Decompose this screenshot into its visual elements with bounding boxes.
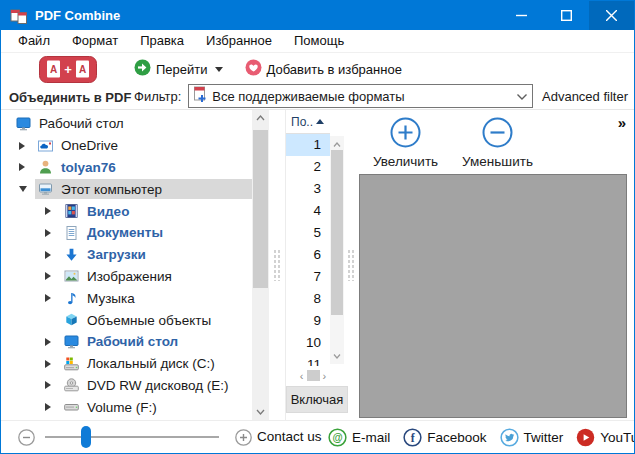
splitter-left[interactable] xyxy=(269,110,285,420)
sort-ascending-icon xyxy=(316,119,324,124)
tree-item-8[interactable]: Музыка xyxy=(1,287,252,309)
tree-item-6[interactable]: Загрузки xyxy=(1,244,252,266)
tree-item-content: Локальный диск (C:) xyxy=(61,354,252,374)
file-order-row-11[interactable]: 11 xyxy=(286,354,330,366)
scroll-down-icon[interactable] xyxy=(252,404,269,420)
go-button[interactable]: Перейти xyxy=(134,59,223,79)
filter-format-icon xyxy=(193,86,207,107)
slider-track xyxy=(45,436,219,438)
app-icon xyxy=(10,8,28,24)
menu-item-1[interactable]: Формат xyxy=(61,30,129,52)
contact-us-link[interactable]: Contact us xyxy=(257,421,322,453)
tree-item-11[interactable]: Локальный диск (C:) xyxy=(1,353,252,375)
scroll-left-icon[interactable]: ‹ xyxy=(300,370,304,382)
file-order-row-9[interactable]: 9 xyxy=(286,310,330,332)
svg-text:A: A xyxy=(79,64,86,75)
collapse-arrow-icon[interactable] xyxy=(19,186,35,192)
tree-item-7[interactable]: Изображения xyxy=(1,266,252,288)
email-link[interactable]: @E-mail xyxy=(328,428,390,447)
scroll-down-icon[interactable] xyxy=(330,348,344,364)
advanced-filter-link[interactable]: Advanced filter xyxy=(542,89,628,104)
file-order-row-3[interactable]: 3 xyxy=(286,178,330,200)
social-label: Twitter xyxy=(524,430,564,445)
tree-item-2[interactable]: tolyan76 xyxy=(1,157,252,179)
main-area: Рабочий столOneDrivetolyan76Этот компьют… xyxy=(1,110,634,420)
expand-arrow-icon[interactable] xyxy=(45,272,61,280)
go-dropdown-caret-icon xyxy=(215,67,223,72)
combine-to-pdf-button[interactable]: A+A Объединить в PDF xyxy=(9,56,127,105)
menu-item-2[interactable]: Правка xyxy=(129,30,195,52)
zoom-slider[interactable] xyxy=(45,421,219,454)
expand-arrow-icon[interactable] xyxy=(45,381,61,389)
tree-item-10[interactable]: Рабочий стол xyxy=(1,331,252,353)
file-order-row-1[interactable]: 1 xyxy=(286,134,330,156)
pictures-icon xyxy=(63,268,80,284)
facebook-link[interactable]: fFacebook xyxy=(403,428,486,447)
twitter-link[interactable]: Twitter xyxy=(500,428,564,447)
scroll-right-icon[interactable]: › xyxy=(323,370,327,382)
slider-handle[interactable] xyxy=(81,426,91,448)
youtube-icon xyxy=(576,428,595,447)
expand-arrow-icon[interactable] xyxy=(45,294,61,302)
close-button[interactable] xyxy=(589,1,634,30)
tree-item-5[interactable]: Документы xyxy=(1,222,252,244)
tree-item-0[interactable]: Рабочий стол xyxy=(1,113,252,135)
youtube-link[interactable]: YouTube xyxy=(576,428,635,447)
menu-item-4[interactable]: Помощь xyxy=(283,30,355,52)
menu-item-0[interactable]: Файл xyxy=(7,30,61,52)
zoom-in-button[interactable]: Увеличить xyxy=(373,117,438,169)
tree-item-1[interactable]: OneDrive xyxy=(1,135,252,157)
file-list-scrollbar[interactable] xyxy=(330,136,344,364)
expand-arrow-icon[interactable] xyxy=(45,403,61,411)
tree-item-label: Изображения xyxy=(87,269,172,284)
tree-item-label: Документы xyxy=(87,225,163,240)
file-order-row-7[interactable]: 7 xyxy=(286,266,330,288)
slider-minus-icon[interactable] xyxy=(18,429,35,446)
file-order-row-10[interactable]: 10 xyxy=(286,332,330,354)
file-order-row-6[interactable]: 6 xyxy=(286,244,330,266)
order-column-header[interactable]: По.. xyxy=(286,110,330,134)
tree-item-label: tolyan76 xyxy=(61,160,116,175)
file-order-row-2[interactable]: 2 xyxy=(286,156,330,178)
expand-panel-icon[interactable]: » xyxy=(618,114,625,131)
slider-plus-icon[interactable] xyxy=(235,429,252,446)
file-order-row-5[interactable]: 5 xyxy=(286,222,330,244)
tree-item-4[interactable]: Видео xyxy=(1,200,252,222)
social-label: YouTube xyxy=(600,430,635,445)
expand-arrow-icon[interactable] xyxy=(45,338,61,346)
add-favorite-button[interactable]: Добавить в избранное xyxy=(245,59,402,79)
minimize-button[interactable] xyxy=(499,1,544,30)
expand-arrow-icon[interactable] xyxy=(45,207,61,215)
file-scroll-thumb[interactable] xyxy=(331,150,343,315)
scroll-up-icon[interactable] xyxy=(252,110,269,126)
file-list-hscrollbar[interactable]: ‹ › xyxy=(289,368,337,383)
tree-item-12[interactable]: DVD RW дисковод (E:) xyxy=(1,375,252,397)
disk-icon xyxy=(63,356,80,372)
video-icon xyxy=(63,203,80,219)
file-order-row-8[interactable]: 8 xyxy=(286,288,330,310)
tree-scroll-thumb[interactable] xyxy=(253,130,268,288)
user-icon xyxy=(37,159,54,175)
tree-item-3[interactable]: Этот компьютер xyxy=(1,178,252,200)
menu-item-3[interactable]: Избранное xyxy=(195,30,283,52)
expand-arrow-icon[interactable] xyxy=(45,360,61,368)
tree-item-content: Объемные объекты xyxy=(61,310,252,330)
onedrive-icon xyxy=(37,138,54,154)
tree-scrollbar[interactable] xyxy=(252,110,269,420)
include-button[interactable]: Включая xyxy=(286,386,348,413)
file-order-row-4[interactable]: 4 xyxy=(286,200,330,222)
tree-item-9[interactable]: Объемные объекты xyxy=(1,309,252,331)
tree-item-label: Музыка xyxy=(87,291,135,306)
tree-item-label: Этот компьютер xyxy=(61,182,162,197)
zoom-out-button[interactable]: Уменьшить xyxy=(462,117,533,169)
hscroll-thumb[interactable] xyxy=(307,370,320,381)
maximize-button[interactable] xyxy=(544,1,589,30)
facebook-icon: f xyxy=(403,428,422,447)
expand-arrow-icon[interactable] xyxy=(45,229,61,237)
expand-arrow-icon[interactable] xyxy=(45,251,61,259)
expand-arrow-icon[interactable] xyxy=(19,142,35,150)
preview-area xyxy=(359,174,627,418)
expand-arrow-icon[interactable] xyxy=(19,163,35,171)
filter-dropdown[interactable]: Все поддерживаемые форматы xyxy=(188,84,533,108)
tree-item-13[interactable]: Volume (F:) xyxy=(1,396,252,417)
